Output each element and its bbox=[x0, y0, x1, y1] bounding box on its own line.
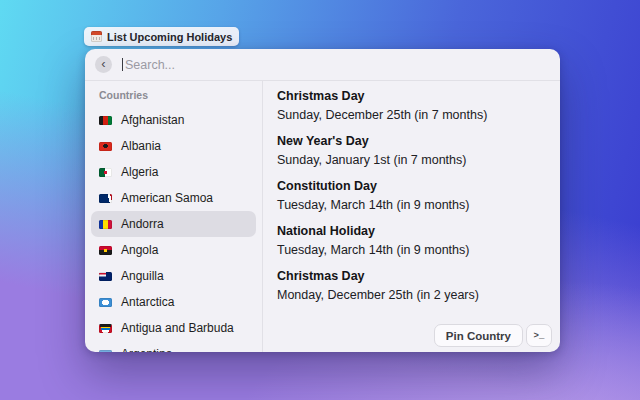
country-flag-icon bbox=[99, 220, 112, 229]
country-name: Algeria bbox=[121, 165, 158, 179]
country-flag-icon bbox=[99, 168, 112, 177]
country-row[interactable]: Argentina bbox=[91, 341, 256, 352]
country-name: Anguilla bbox=[121, 269, 164, 283]
country-flag-icon bbox=[99, 142, 112, 151]
holiday-detail-panel: Christmas Day Sunday, December 25th (in … bbox=[263, 81, 560, 352]
country-name: Angola bbox=[121, 243, 158, 257]
calendar-icon bbox=[91, 31, 102, 42]
country-flag-icon bbox=[99, 350, 112, 353]
pin-country-button[interactable]: Pin Country bbox=[434, 324, 523, 347]
search-placeholder: Search... bbox=[125, 58, 175, 72]
back-button[interactable]: ‹ bbox=[95, 56, 112, 73]
country-row[interactable]: Algeria bbox=[91, 159, 256, 185]
holiday-item: National Holiday Tuesday, March 14th (in… bbox=[277, 224, 544, 258]
holiday-name: New Year's Day bbox=[277, 134, 544, 149]
holiday-date: Tuesday, March 14th (in 9 months) bbox=[277, 243, 544, 258]
holiday-date: Sunday, December 25th (in 7 months) bbox=[277, 108, 544, 123]
country-flag-icon bbox=[99, 324, 112, 333]
search-bar: ‹ Search... bbox=[85, 49, 560, 81]
keyboard-shortcut-hint[interactable]: >_ bbox=[526, 324, 552, 347]
country-name: Antigua and Barbuda bbox=[121, 321, 234, 335]
country-row[interactable]: Antarctica bbox=[91, 289, 256, 315]
country-name: Andorra bbox=[121, 217, 164, 231]
country-row[interactable]: Anguilla bbox=[91, 263, 256, 289]
holiday-item: Constitution Day Tuesday, March 14th (in… bbox=[277, 179, 544, 213]
search-input[interactable]: Search... bbox=[122, 49, 550, 80]
country-row[interactable]: Albania bbox=[91, 133, 256, 159]
chevron-left-icon: ‹ bbox=[101, 57, 105, 70]
launcher-window: ‹ Search... Countries Afghanistan bbox=[85, 49, 560, 352]
command-tag-label: List Upcoming Holidays bbox=[107, 31, 232, 43]
country-flag-icon bbox=[99, 116, 112, 125]
holiday-name: National Holiday bbox=[277, 224, 544, 239]
footer-actions: Pin Country >_ bbox=[434, 324, 552, 347]
holiday-name: Christmas Day bbox=[277, 269, 544, 284]
country-name: American Samoa bbox=[121, 191, 213, 205]
text-caret bbox=[122, 58, 123, 71]
country-name: Antarctica bbox=[121, 295, 174, 309]
countries-section-label: Countries bbox=[99, 89, 262, 101]
country-row[interactable]: Antigua and Barbuda bbox=[91, 315, 256, 341]
country-name: Albania bbox=[121, 139, 161, 153]
country-name: Afghanistan bbox=[121, 113, 184, 127]
window-body: Countries Afghanistan Albania bbox=[85, 81, 560, 352]
holiday-name: Christmas Day bbox=[277, 89, 544, 104]
country-row[interactable]: Angola bbox=[91, 237, 256, 263]
holiday-date: Monday, December 25th (in 2 years) bbox=[277, 288, 544, 303]
holiday-date: Tuesday, March 14th (in 9 months) bbox=[277, 198, 544, 213]
country-name: Argentina bbox=[121, 347, 172, 352]
holiday-list: Christmas Day Sunday, December 25th (in … bbox=[277, 89, 544, 303]
country-row[interactable]: Afghanistan bbox=[91, 107, 256, 133]
holiday-item: New Year's Day Sunday, January 1st (in 7… bbox=[277, 134, 544, 168]
holiday-item: Christmas Day Sunday, December 25th (in … bbox=[277, 89, 544, 123]
holiday-name: Constitution Day bbox=[277, 179, 544, 194]
country-flag-icon bbox=[99, 194, 112, 203]
country-flag-icon bbox=[99, 246, 112, 255]
country-row[interactable]: American Samoa bbox=[91, 185, 256, 211]
command-tag: List Upcoming Holidays bbox=[84, 27, 239, 46]
countries-sidebar: Countries Afghanistan Albania bbox=[85, 81, 263, 352]
country-flag-icon bbox=[99, 298, 112, 307]
country-row[interactable]: Andorra bbox=[91, 211, 256, 237]
desktop-background: List Upcoming Holidays ‹ Search... Count… bbox=[0, 0, 640, 400]
country-list: Afghanistan Albania Algeria bbox=[85, 107, 262, 352]
holiday-date: Sunday, January 1st (in 7 months) bbox=[277, 153, 544, 168]
holiday-item: Christmas Day Monday, December 25th (in … bbox=[277, 269, 544, 303]
country-flag-icon bbox=[99, 272, 112, 281]
